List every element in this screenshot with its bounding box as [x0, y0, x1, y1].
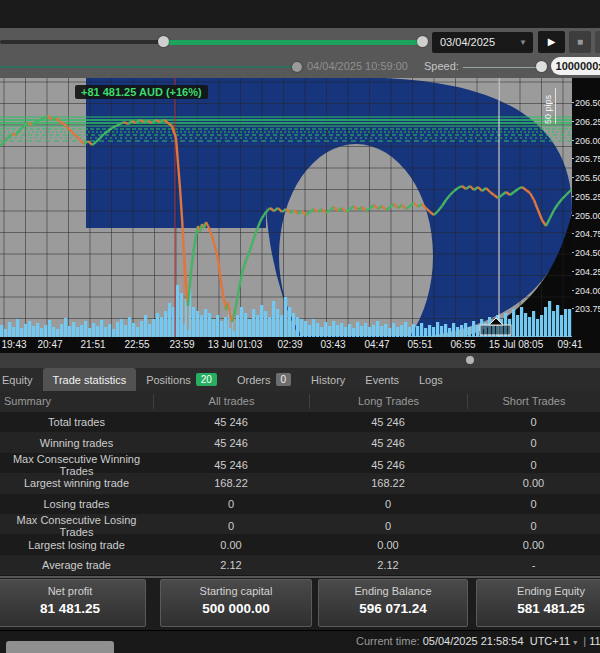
status-separator: |: [583, 635, 586, 647]
table-cell: Total trades: [0, 416, 153, 428]
column-header: Summary: [0, 394, 153, 409]
date-select[interactable]: 03/04/2025 ▼: [432, 32, 533, 53]
datetime-track[interactable]: [0, 66, 292, 68]
timeline-track-selected[interactable]: [163, 40, 423, 45]
table-cell: 0: [467, 498, 600, 510]
tab-events[interactable]: Events: [355, 368, 409, 391]
play-button[interactable]: ▶: [538, 31, 565, 53]
table-cell: 0: [467, 437, 600, 449]
time-tick-label: 09:41: [557, 339, 582, 350]
pips-scale-label: 50 pips: [543, 88, 556, 124]
price-tick-label: 204.75: [575, 229, 600, 239]
time-tick-label: 06:55: [450, 339, 475, 350]
card-value: 596 071.24: [319, 601, 467, 616]
time-tick-label: 02:39: [277, 339, 302, 350]
trade-statistics-table: SummaryAll tradesLong TradesShort Trades…: [0, 391, 600, 576]
price-tick-label: 206.25: [575, 117, 600, 127]
tab-equity[interactable]: Equity: [0, 368, 43, 391]
table-cell: 45 246: [309, 437, 467, 449]
card-title: Ending Balance: [319, 585, 467, 597]
table-cell: 168.22: [153, 477, 309, 489]
tab-logs[interactable]: Logs: [409, 368, 453, 391]
tab-count-badge: 20: [196, 373, 217, 386]
chart-canvas[interactable]: [0, 78, 572, 337]
table-cell: Losing trades: [0, 498, 153, 510]
timeline-handle-start[interactable]: [158, 36, 169, 47]
table-cell: 45 246: [153, 437, 309, 449]
tab-label: Orders: [237, 374, 271, 386]
table-row: Winning trades45 24645 2460: [0, 432, 600, 452]
time-tick-label: 22:55: [124, 339, 149, 350]
scroll-strip-handle[interactable]: [466, 356, 474, 364]
time-tick-label: 05:51: [407, 339, 432, 350]
price-tick-label: 206.50: [575, 98, 600, 108]
table-cell: 0.00: [153, 539, 309, 551]
speed-label: Speed:: [424, 60, 459, 72]
table-row: Max Consecutive Winning Trades45 24645 2…: [0, 453, 600, 473]
table-cell: 0: [153, 498, 309, 510]
table-cell: 0: [309, 520, 467, 532]
tab-orders[interactable]: Orders0: [227, 368, 301, 391]
column-header: All trades: [153, 394, 309, 409]
table-cell: 0: [153, 520, 309, 532]
time-tick-label: 20:47: [37, 339, 62, 350]
price-tick-label: 205.25: [575, 192, 600, 202]
summary-card-starting-capital: Starting capital500 000.00: [160, 579, 312, 627]
table-cell: Largest losing trade: [0, 539, 153, 551]
table-row: Total trades45 24645 2460: [0, 412, 600, 432]
status-left-button[interactable]: [6, 641, 114, 653]
table-cell: 0.00: [467, 539, 600, 551]
backtester-window: 03/04/2025 ▼ ▶ ■ ▤ 04/04/2025 10:59:00 S…: [0, 0, 600, 653]
price-chart[interactable]: +81 481.25 AUD (+16%) 50 pips: [0, 78, 572, 337]
card-title: Net profit: [0, 585, 145, 597]
speed-value-box[interactable]: 1000000x: [551, 57, 600, 75]
tab-history[interactable]: History: [301, 368, 355, 391]
card-value: 500 000.00: [161, 601, 311, 616]
tab-trade-statistics[interactable]: Trade statistics: [43, 368, 137, 391]
table-cell: 45 246: [309, 416, 467, 428]
timezone-select[interactable]: UTC+11: [530, 635, 570, 647]
table-cell: 0: [309, 498, 467, 510]
price-tick-label: 203.75: [575, 304, 600, 314]
summary-card-ending-balance: Ending Balance596 071.24: [318, 579, 468, 627]
status-text: Current time: 05/04/2025 21:58:54 UTC+11…: [356, 635, 600, 647]
price-tick-label: 205.75: [575, 154, 600, 164]
tab-label: Events: [365, 374, 399, 386]
speed-track[interactable]: [463, 67, 537, 69]
speed-toolbar: 04/04/2025 10:59:00 Speed:: [0, 56, 600, 78]
table-cell: 2.12: [309, 559, 467, 571]
price-tick-label: 205.00: [575, 211, 600, 221]
price-tick-label: 204.25: [575, 267, 600, 277]
table-cell: -: [467, 559, 600, 571]
card-title: Starting capital: [161, 585, 311, 597]
date-select-value: 03/04/2025: [440, 36, 495, 48]
timeline-handle-end[interactable]: [417, 36, 428, 47]
price-axis[interactable]: 206.50206.25206.00205.75205.50205.25205.…: [572, 78, 600, 337]
speed-handle[interactable]: [536, 61, 547, 72]
table-row: Losing trades000: [0, 494, 600, 514]
summary-card-ending-equity: Ending Equity581 481.25: [476, 579, 600, 627]
window-titlebar: [0, 0, 600, 28]
time-tick-label: 19:43: [1, 339, 26, 350]
stop-icon: ■: [577, 36, 583, 47]
stop-button[interactable]: ■: [569, 31, 591, 53]
time-axis[interactable]: 19:4320:4721:5122:5523:5913 Jul 01:0302:…: [0, 337, 600, 353]
play-icon: ▶: [548, 36, 556, 47]
table-cell: Average trade: [0, 559, 153, 571]
summary-card-net-profit: Net profit81 481.25: [0, 579, 146, 627]
chart-scroll-strip[interactable]: [0, 353, 600, 368]
tab-label: Equity: [2, 374, 33, 386]
table-header-row: SummaryAll tradesLong TradesShort Trades: [0, 391, 600, 412]
timeline-track-elapsed[interactable]: [0, 40, 165, 44]
table-cell: 45 246: [153, 416, 309, 428]
table-cell: Largest winning trade: [0, 477, 153, 489]
tab-label: Positions: [146, 374, 191, 386]
price-tick-label: 205.50: [575, 173, 600, 183]
tab-positions[interactable]: Positions20: [136, 368, 227, 391]
summary-cards: Net profit81 481.25Starting capital500 0…: [0, 578, 600, 630]
tab-label: Trade statistics: [53, 374, 127, 386]
datetime-handle[interactable]: [292, 62, 302, 72]
list-button[interactable]: ▤: [595, 31, 600, 53]
card-title: Ending Equity: [477, 585, 600, 597]
table-cell: 0: [467, 520, 600, 532]
